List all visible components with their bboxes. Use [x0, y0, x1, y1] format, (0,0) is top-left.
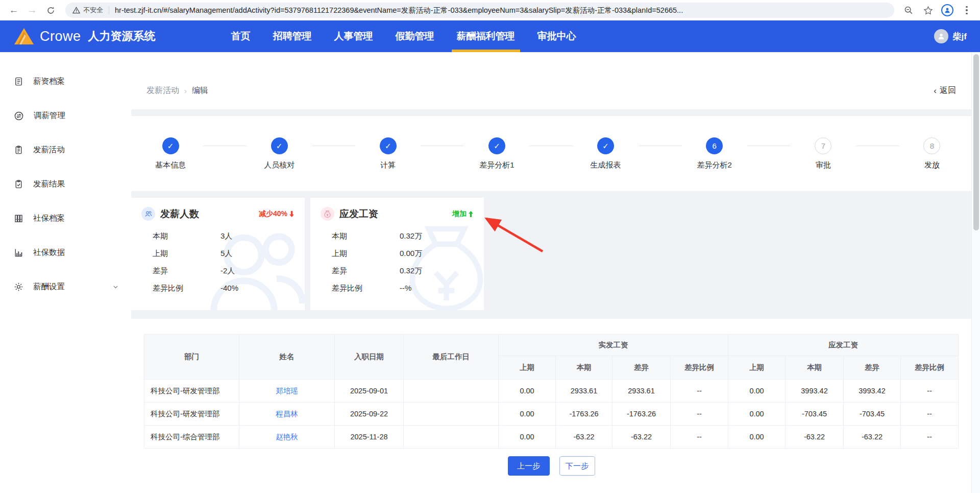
step-connector [639, 146, 682, 146]
security-indicator[interactable]: 不安全 [72, 6, 103, 15]
sidebar: 薪资档案 调薪管理 发薪活动 发薪结果 社保档案 社保数据 薪酬设置 [0, 52, 131, 493]
menu-item-hr[interactable]: 人事管理 [334, 20, 373, 52]
security-label: 不安全 [83, 6, 103, 15]
step-calculate[interactable]: ✓ 计算 [361, 137, 414, 170]
browser-back-button[interactable]: ← [5, 2, 22, 19]
employee-name-link[interactable]: 赵艳秋 [276, 433, 298, 441]
previous-step-button[interactable]: 上一步 [508, 456, 550, 476]
sidebar-item-label: 发薪活动 [33, 145, 65, 155]
gear-icon [14, 282, 23, 292]
cell-value: 2933.61 [612, 380, 671, 403]
browser-menu-button[interactable] [959, 2, 975, 18]
trend-badge: 增加 [452, 209, 474, 219]
cell-hire-date: 2025-09-01 [335, 380, 404, 403]
sidebar-item-salary-settings[interactable]: 薪酬设置 [0, 270, 131, 304]
table-row: 科技公司-综合管理部 赵艳秋 2025-11-28 0.00 -63.22 -6… [144, 426, 959, 449]
col-header-hire-date: 入职日期 [335, 335, 404, 380]
employee-name-link[interactable]: 郑培瑶 [276, 387, 298, 395]
cell-last-work-date [404, 403, 499, 426]
col-header-last-work-date: 最后工作日 [404, 335, 499, 380]
sidebar-item-label: 调薪管理 [34, 110, 65, 121]
table-row: 科技公司-研发管理部 郑培瑶 2025-09-01 0.00 2933.61 2… [144, 380, 959, 403]
money-bag-icon [321, 207, 334, 221]
profile-avatar-icon [941, 4, 953, 16]
breadcrumb-current: 编辑 [192, 85, 208, 96]
chevron-down-icon [112, 284, 119, 290]
cell-hire-date: 2025-11-28 [335, 426, 404, 449]
main-content: 发薪活动 › 编辑 ‹ 返回 ✓ 基本信息 ✓ 人员核对 [131, 52, 971, 493]
sub-header: 上期 [499, 356, 556, 380]
browser-reload-button[interactable] [42, 2, 59, 19]
url-text: hr-test.zjf-it.cn/#/salaryManagement/add… [115, 6, 683, 15]
stat-row: 上期5人 [141, 248, 295, 259]
cell-value: 0.00 [499, 403, 556, 426]
step-number: 7 [815, 137, 831, 154]
menu-item-attendance[interactable]: 假勤管理 [396, 20, 434, 52]
cell-value: -1763.26 [556, 403, 612, 426]
address-bar[interactable]: 不安全 hr-test.zjf-it.cn/#/salaryManagement… [65, 3, 894, 18]
check-icon: ✓ [276, 142, 283, 151]
user-name: 柴jf [953, 31, 967, 42]
browser-forward-button[interactable]: → [23, 2, 41, 19]
sub-header: 上期 [728, 356, 786, 380]
sidebar-item-salary-archive[interactable]: 薪资档案 [0, 64, 131, 99]
cell-value: -- [901, 380, 959, 403]
next-step-button[interactable]: 下一步 [559, 456, 595, 476]
employee-name-link[interactable]: 程昌林 [276, 410, 298, 418]
check-icon: ✓ [602, 142, 609, 151]
step-payout[interactable]: 8 发放 [905, 137, 959, 170]
step-label: 发放 [924, 160, 940, 170]
reload-icon [46, 6, 55, 15]
sidebar-item-social-security-archive[interactable]: 社保档案 [0, 201, 131, 236]
step-approval[interactable]: 7 审批 [797, 137, 850, 170]
step-diff-analysis-2[interactable]: 6 差异分析2 [688, 137, 741, 170]
step-label: 差异分析1 [479, 160, 514, 170]
main-menu: 首页 招聘管理 人事管理 假勤管理 薪酬福利管理 审批中心 [231, 20, 576, 52]
menu-item-approval-center[interactable]: 审批中心 [537, 20, 576, 52]
step-basic-info[interactable]: ✓ 基本信息 [144, 137, 197, 170]
cell-value: 3993.42 [786, 380, 844, 403]
step-label: 审批 [816, 160, 831, 170]
menu-item-home[interactable]: 首页 [231, 20, 251, 52]
divider [109, 6, 109, 14]
user-menu[interactable]: 柴jf [934, 29, 967, 43]
stat-row: 本期0.32万 [321, 231, 474, 241]
scrollbar-thumb[interactable] [973, 54, 979, 230]
step-personnel-check[interactable]: ✓ 人员核对 [253, 137, 306, 170]
cell-value: -63.22 [786, 426, 844, 449]
menu-item-salary-welfare[interactable]: 薪酬福利管理 [457, 20, 515, 52]
cell-department: 科技公司-研发管理部 [144, 403, 239, 426]
cell-value: 2933.61 [556, 380, 612, 403]
clipboard-icon [14, 145, 23, 155]
card-payroll-headcount: 发薪人数 减少40% 本期3人 上期5人 差异-2人 差异比例-40% [131, 198, 305, 310]
step-connector [529, 146, 573, 146]
binders-icon [14, 214, 23, 223]
sidebar-item-payroll-activity[interactable]: 发薪活动 [0, 133, 131, 167]
product-name: 人力资源系统 [88, 29, 156, 44]
step-diff-analysis-1[interactable]: ✓ 差异分析1 [470, 137, 523, 170]
browser-profile-button[interactable] [939, 2, 955, 18]
sidebar-item-social-security-data[interactable]: 社保数据 [0, 236, 131, 270]
step-label: 生成报表 [591, 160, 621, 170]
cell-value: -- [901, 403, 959, 426]
sub-header: 差异比例 [671, 356, 728, 380]
zoom-out-page-button[interactable] [900, 2, 917, 18]
sidebar-item-payroll-result[interactable]: 发薪结果 [0, 167, 131, 201]
back-button[interactable]: ‹ 返回 [934, 85, 956, 96]
step-generate-report[interactable]: ✓ 生成报表 [579, 137, 632, 170]
cell-value: -63.22 [556, 426, 612, 449]
sidebar-item-salary-adjustment[interactable]: 调薪管理 [0, 99, 131, 133]
group-header-gross-salary: 应发工资 [728, 335, 959, 356]
wizard-buttons: 上一步 下一步 [144, 456, 959, 476]
breadcrumb-parent[interactable]: 发薪活动 [146, 85, 179, 96]
page-scrollbar[interactable] [971, 52, 980, 493]
sidebar-item-label: 薪资档案 [33, 76, 65, 87]
cell-value: -703.45 [844, 403, 901, 426]
salary-comparison-table: 部门 姓名 入职日期 最后工作日 实发工资 应发工资 上期 本期 差异 差异比例… [144, 334, 959, 449]
col-header-name: 姓名 [239, 335, 335, 380]
menu-item-recruitment[interactable]: 招聘管理 [273, 20, 312, 52]
bookmark-star-button[interactable] [920, 2, 936, 18]
sub-header: 差异比例 [901, 356, 959, 380]
sidebar-item-label: 薪酬设置 [33, 281, 65, 292]
cell-value: -63.22 [844, 426, 901, 449]
